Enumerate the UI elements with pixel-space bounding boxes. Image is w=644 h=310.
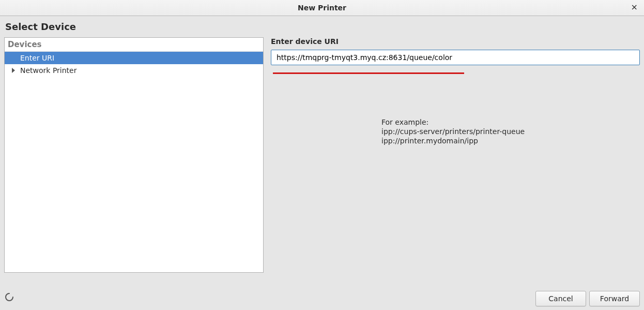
panels: Devices Enter URI Network Printer Enter …: [4, 37, 640, 273]
uri-input-wrap: [271, 50, 640, 65]
cancel-button[interactable]: Cancel: [535, 291, 586, 306]
loading-spinner-icon: [5, 293, 13, 301]
section-title: Select Device: [4, 21, 640, 32]
devices-header: Devices: [5, 38, 263, 52]
uri-label: Enter device URI: [271, 37, 640, 46]
forward-button[interactable]: Forward: [589, 291, 640, 306]
uri-panel: Enter device URI For example: ipp://cups…: [271, 37, 640, 273]
footer: Cancel Forward: [0, 287, 644, 310]
titlebar: New Printer ×: [0, 0, 644, 16]
devices-panel: Devices Enter URI Network Printer: [4, 37, 264, 273]
device-list[interactable]: Enter URI Network Printer: [5, 52, 263, 272]
uri-example-text: For example: ipp://cups-server/printers/…: [381, 117, 640, 146]
dialog-content: Select Device Devices Enter URI Network …: [0, 16, 644, 287]
uri-input[interactable]: [271, 50, 639, 65]
device-item-enter-uri[interactable]: Enter URI: [5, 52, 263, 64]
close-icon[interactable]: ×: [629, 2, 640, 12]
uri-underline: [273, 72, 464, 74]
window-title: New Printer: [298, 4, 346, 12]
device-item-label: Enter URI: [20, 54, 54, 62]
device-item-label: Network Printer: [20, 66, 76, 75]
device-item-network-printer[interactable]: Network Printer: [5, 64, 263, 77]
